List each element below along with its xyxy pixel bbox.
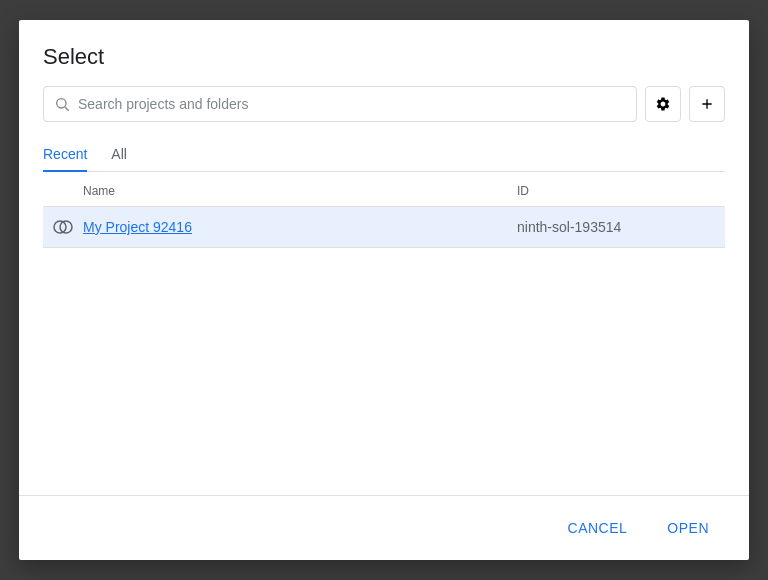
- search-input[interactable]: [78, 96, 626, 112]
- select-dialog: Select: [19, 20, 749, 560]
- settings-button[interactable]: [645, 86, 681, 122]
- column-header-name: Name: [83, 184, 517, 198]
- cancel-button[interactable]: CANCEL: [552, 512, 644, 544]
- settings-icon: [655, 96, 671, 112]
- dialog-footer: CANCEL OPEN: [19, 495, 749, 560]
- dialog-title: Select: [43, 44, 725, 70]
- search-container[interactable]: [43, 86, 637, 122]
- search-icon: [54, 96, 70, 112]
- tab-recent[interactable]: Recent: [43, 138, 87, 172]
- search-row: [43, 86, 725, 122]
- dialog-body: Name ID My Project 92416 ninth-sol-19351…: [19, 172, 749, 495]
- table-header: Name ID: [43, 172, 725, 207]
- add-button[interactable]: [689, 86, 725, 122]
- tabs-row: Recent All: [43, 138, 725, 172]
- open-button[interactable]: OPEN: [651, 512, 725, 544]
- dialog-header: Select: [19, 20, 749, 172]
- svg-point-0: [57, 99, 66, 108]
- project-id: ninth-sol-193514: [517, 219, 717, 235]
- table-row[interactable]: My Project 92416 ninth-sol-193514: [43, 207, 725, 248]
- plus-icon: [699, 96, 715, 112]
- project-icon: [51, 215, 75, 239]
- svg-line-1: [65, 107, 69, 111]
- tab-all[interactable]: All: [111, 138, 127, 172]
- column-header-id: ID: [517, 184, 717, 198]
- project-name[interactable]: My Project 92416: [83, 219, 517, 235]
